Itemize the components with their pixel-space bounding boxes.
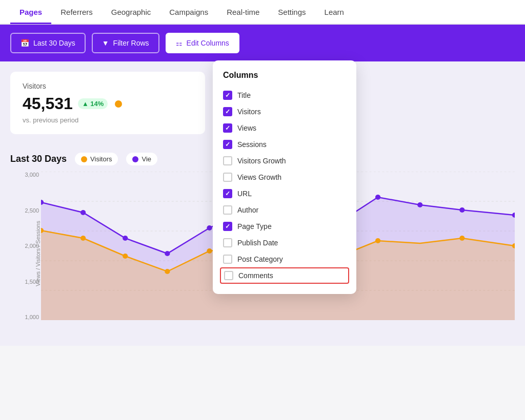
y-label-3000: 3,000 xyxy=(10,172,39,178)
column-sessions-label: Sessions xyxy=(237,140,267,149)
column-page-type-item[interactable]: ✓ Page Type xyxy=(223,218,346,235)
y-label-1000: 1,000 xyxy=(10,314,39,320)
visitors-legend[interactable]: Visitors xyxy=(75,153,118,165)
nav-item-campaigns[interactable]: Campaigns xyxy=(160,0,217,24)
orange-dot-4 xyxy=(165,269,170,274)
purple-dot-4 xyxy=(165,251,170,256)
visitors-label: Visitors xyxy=(23,82,193,90)
column-url-label: URL xyxy=(237,190,252,198)
nav-item-realtime[interactable]: Real-time xyxy=(217,0,269,24)
column-publish-date-checkbox[interactable] xyxy=(223,238,232,247)
column-post-category-checkbox[interactable] xyxy=(223,255,232,264)
orange-dot-7 xyxy=(375,238,380,243)
column-title-checkbox[interactable]: ✓ xyxy=(223,91,232,100)
nav-item-referrers[interactable]: Referrers xyxy=(51,0,102,24)
orange-dot-3 xyxy=(123,254,128,259)
edit-columns-button[interactable]: ⚏ Edit Columns xyxy=(166,33,239,53)
y-label-2000: 2,000 xyxy=(10,243,39,249)
column-comments-label: Comments xyxy=(238,271,273,280)
column-url-checkbox[interactable]: ✓ xyxy=(223,189,232,198)
column-views-growth-checkbox[interactable] xyxy=(223,173,232,182)
column-title-item[interactable]: ✓ Title xyxy=(223,87,346,103)
column-visitors-item[interactable]: ✓ Visitors xyxy=(223,103,346,120)
visitors-sub: vs. previous period xyxy=(23,116,193,124)
calendar-icon: 📅 xyxy=(21,39,29,47)
y-label-1500: 1,500 xyxy=(10,279,39,285)
visitors-legend-dot xyxy=(81,156,87,162)
purple-dot-2 xyxy=(80,210,86,215)
column-author-checkbox[interactable] xyxy=(223,205,232,215)
purple-dot-5 xyxy=(207,225,212,230)
checkmark-icon: ✓ xyxy=(225,223,230,230)
purple-dot-3 xyxy=(123,236,128,241)
visitors-badge: ▲ 14% xyxy=(78,98,108,109)
column-views-label: Views xyxy=(237,124,256,132)
checkmark-icon: ✓ xyxy=(225,190,230,197)
date-range-button[interactable]: 📅 Last 30 Days xyxy=(10,33,86,53)
column-publish-date-label: Publish Date xyxy=(237,239,278,247)
column-visitors-label: Visitors xyxy=(237,108,261,116)
purple-dot-10 xyxy=(459,207,465,213)
column-visitors-checkbox[interactable]: ✓ xyxy=(223,107,232,116)
columns-icon: ⚏ xyxy=(176,39,183,47)
checkmark-icon: ✓ xyxy=(225,141,230,148)
y-label-2500: 2,500 xyxy=(10,207,39,214)
column-title-label: Title xyxy=(237,91,251,99)
orange-dot-2 xyxy=(80,236,86,241)
column-views-item[interactable]: ✓ Views xyxy=(223,120,346,136)
column-comments-checkbox[interactable] xyxy=(224,271,233,280)
checkmark-icon: ✓ xyxy=(225,124,230,132)
top-nav: Pages Referrers Geographic Campaigns Rea… xyxy=(0,0,525,25)
column-views-growth-item[interactable]: Views Growth xyxy=(223,169,346,185)
visitors-dot xyxy=(115,100,122,108)
column-views-checkbox[interactable]: ✓ xyxy=(223,123,232,133)
nav-item-pages[interactable]: Pages xyxy=(10,0,51,24)
nav-item-learn[interactable]: Learn xyxy=(315,0,353,24)
nav-item-settings[interactable]: Settings xyxy=(269,0,315,24)
checkmark-icon: ✓ xyxy=(225,108,230,115)
nav-item-geographic[interactable]: Geographic xyxy=(102,0,160,24)
toolbar: 📅 Last 30 Days ▼ Filter Rows ⚏ Edit Colu… xyxy=(0,25,525,61)
column-publish-date-item[interactable]: Publish Date xyxy=(223,235,346,251)
column-comments-item[interactable]: Comments xyxy=(220,267,349,284)
edit-columns-dropdown: Columns ✓ Title ✓ Visitors ✓ Views ✓ Ses… xyxy=(213,60,356,294)
column-url-item[interactable]: ✓ URL xyxy=(223,185,346,202)
dropdown-title: Columns xyxy=(223,71,346,80)
orange-dot-8 xyxy=(459,236,465,241)
filter-rows-button[interactable]: ▼ Filter Rows xyxy=(92,33,159,53)
purple-dot-8 xyxy=(375,195,380,200)
filter-icon: ▼ xyxy=(102,39,109,47)
checkmark-icon: ✓ xyxy=(225,92,230,99)
purple-dot-9 xyxy=(417,202,422,207)
column-page-type-checkbox[interactable]: ✓ xyxy=(223,222,232,231)
views-legend-dot xyxy=(132,156,138,162)
y-axis-labels: 3,000 2,500 2,000 1,500 1,000 xyxy=(10,172,41,320)
column-sessions-item[interactable]: ✓ Sessions xyxy=(223,136,346,153)
visitors-value: 45,531 ▲ 14% xyxy=(23,94,193,113)
visitors-card: Visitors 45,531 ▲ 14% vs. previous perio… xyxy=(10,72,205,134)
column-post-category-label: Post Category xyxy=(237,255,283,263)
views-legend[interactable]: Vie xyxy=(126,153,157,165)
orange-dot-5 xyxy=(207,248,212,254)
column-views-growth-label: Views Growth xyxy=(237,173,281,181)
chart-title: Last 30 Days xyxy=(10,154,67,164)
column-author-label: Author xyxy=(237,206,258,214)
column-visitors-growth-checkbox[interactable] xyxy=(223,156,232,165)
column-visitors-growth-label: Visitors Growth xyxy=(237,157,286,165)
column-sessions-checkbox[interactable]: ✓ xyxy=(223,140,232,149)
column-visitors-growth-item[interactable]: Visitors Growth xyxy=(223,153,346,169)
column-post-category-item[interactable]: Post Category xyxy=(223,251,346,267)
column-author-item[interactable]: Author xyxy=(223,202,346,218)
column-page-type-label: Page Type xyxy=(237,222,272,230)
